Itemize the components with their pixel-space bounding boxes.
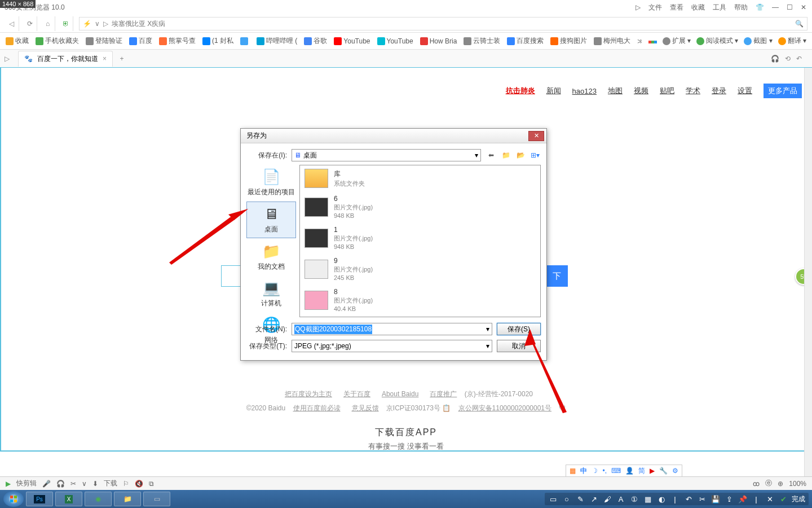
play-icon[interactable]: ▶ — [6, 480, 11, 488]
zoom-icon[interactable]: ⊕ — [778, 480, 783, 488]
url-input[interactable] — [112, 20, 795, 28]
undo-icon[interactable]: ↶ — [796, 55, 802, 63]
bm-right-1[interactable]: 阅读模式 ▾ — [696, 36, 738, 46]
bookmark-7[interactable]: 哔哩哔哩 ( — [257, 36, 297, 46]
gear-icon[interactable]: ⚙ — [672, 467, 678, 475]
tool-save-icon[interactable]: 💾 — [710, 494, 721, 504]
address-bar[interactable]: ⚡ ∨ ▷ 🔍 — [79, 17, 807, 30]
nav-hao123[interactable]: hao123 — [572, 87, 597, 95]
bm-right-3[interactable]: 翻译 ▾ — [778, 36, 806, 46]
bookmark-4[interactable]: 熊掌号查 — [159, 36, 196, 46]
chevron-down-icon[interactable]: ∨ — [82, 480, 87, 488]
tool-cut-icon[interactable]: ✂ — [697, 494, 707, 504]
taskbar-app[interactable]: ▭ — [143, 492, 170, 506]
flag-icon[interactable]: ⚐ — [123, 480, 129, 488]
file-item-2[interactable]: 1图片文件(.jpg)948 KB — [300, 222, 540, 253]
footer-link[interactable]: 关于百度 — [343, 390, 370, 398]
back-nav-icon[interactable]: ⬅ — [486, 150, 497, 161]
home-button[interactable]: ⌂ — [41, 16, 55, 31]
menu-favorites[interactable]: 收藏 — [691, 3, 705, 12]
tool-share-icon[interactable]: ⇪ — [724, 494, 734, 504]
dialog-close-button[interactable]: ✕ — [528, 131, 544, 141]
tool-brush-icon[interactable]: 🖌 — [602, 494, 612, 504]
place-1[interactable]: 🖥桌面 — [246, 202, 296, 238]
rotate-icon[interactable]: ⟲ — [785, 55, 791, 63]
bookmark-5[interactable]: (1 封私 — [202, 36, 233, 46]
tool-pen-icon[interactable]: ✎ — [575, 494, 585, 504]
nav-登录[interactable]: 登录 — [712, 86, 726, 96]
file-item-3[interactable]: 9图片文件(.jpg)245 KB — [300, 253, 540, 284]
chevron-down-icon[interactable]: ▾ — [486, 325, 489, 333]
file-item-0[interactable]: 库系统文件夹 — [300, 165, 540, 191]
footer-link[interactable]: 百度推广 — [430, 390, 457, 398]
new-tab-button[interactable]: + — [115, 52, 129, 65]
place-2[interactable]: 📁我的文档 — [246, 239, 296, 275]
bookmark-13[interactable]: 百度搜索 — [507, 36, 544, 46]
chevron-down-icon[interactable]: ∨ — [95, 20, 100, 28]
accel-icon[interactable]: ꝏ — [753, 480, 760, 488]
tool-num-icon[interactable]: ① — [629, 494, 639, 504]
bookmark-1[interactable]: 手机收藏夹 — [36, 36, 79, 46]
up-level-icon[interactable]: 📁 — [500, 150, 511, 161]
bookmark-3[interactable]: 百度 — [129, 36, 152, 46]
save-button[interactable]: 保存(S) — [497, 323, 541, 335]
headset-icon[interactable]: 🎧 — [56, 480, 65, 488]
record-icon[interactable]: ▶ — [650, 467, 655, 475]
skin-icon[interactable]: 👕 — [756, 3, 764, 11]
dialog-titlebar[interactable]: 另存为 ✕ — [241, 129, 546, 143]
file-item-4[interactable]: 8图片文件(.jpg)40.4 KB — [300, 284, 540, 316]
bookmark-8[interactable]: 谷歌 — [304, 36, 327, 46]
taskbar-ps[interactable]: Ps — [26, 492, 53, 506]
maximize-button[interactable]: ☐ — [787, 3, 793, 11]
more-products-button[interactable]: 更多产品 — [764, 84, 802, 98]
place-0[interactable]: 📄最近使用的项目 — [246, 165, 296, 200]
nav-抗击肺炎[interactable]: 抗击肺炎 — [506, 86, 535, 96]
moon-icon[interactable]: ☽ — [592, 467, 598, 475]
tab-close-button[interactable]: × — [103, 55, 107, 63]
browser-icon[interactable]: ⓔ — [765, 479, 772, 488]
tool-text-icon[interactable]: A — [616, 494, 626, 504]
footer-link[interactable]: 意见反馈 — [352, 404, 379, 412]
menu-file[interactable]: 文件 — [648, 3, 662, 12]
mic-icon[interactable]: 🎤 — [42, 480, 51, 488]
tool-blur-icon[interactable]: ▦ — [643, 494, 653, 504]
pip-icon[interactable]: ⧉ — [149, 480, 154, 488]
taskbar-excel[interactable]: X — [55, 492, 82, 506]
filetype-dropdown[interactable]: JPEG (*.jpg;*.jpeg) ▾ — [292, 340, 492, 352]
new-folder-icon[interactable]: 📂 — [515, 150, 526, 161]
taskbar-explorer[interactable]: 📁 — [114, 492, 141, 506]
bookmark-15[interactable]: 梅州电大 — [594, 36, 630, 46]
back-button[interactable]: ◁ — [5, 16, 19, 31]
ime-mode[interactable]: 简 — [638, 466, 645, 476]
minimize-button[interactable]: ― — [772, 3, 779, 11]
cancel-button[interactable]: 取消 — [497, 340, 541, 352]
tool-undo-icon[interactable]: ↶ — [683, 494, 694, 504]
forward-icon[interactable]: ▷ — [103, 20, 108, 28]
nav-贴吧[interactable]: 贴吧 — [660, 86, 674, 96]
wrench-icon[interactable]: 🔧 — [659, 467, 668, 475]
search-icon[interactable]: 🔍 — [795, 20, 804, 28]
shield-icon[interactable]: ⛨ — [59, 16, 73, 31]
tool-highlight-icon[interactable]: ◐ — [656, 494, 667, 504]
bookmark-12[interactable]: 云骑士装 — [464, 36, 500, 46]
caret-icon[interactable]: ▷ — [636, 3, 641, 11]
tab-baidu[interactable]: 🐾 百度一下，你就知道 × — [18, 51, 113, 67]
bookmarks-more[interactable]: ≫ — [637, 37, 641, 45]
refresh-button[interactable]: ⟳ — [23, 16, 37, 31]
close-button[interactable]: ✕ — [801, 3, 806, 11]
tool-circle-icon[interactable]: ○ — [562, 494, 572, 504]
download-icon[interactable]: ⬇ — [92, 480, 98, 488]
bookmark-14[interactable]: 搜狗图片 — [550, 36, 587, 46]
menu-tools[interactable]: 工具 — [713, 3, 726, 12]
nav-学术[interactable]: 学术 — [686, 86, 700, 96]
bookmark-10[interactable]: YouTube — [377, 37, 413, 45]
tool-check-icon[interactable]: ✔ — [778, 494, 788, 504]
keyboard-icon[interactable]: ⌨ — [611, 467, 621, 475]
status-downloads[interactable]: 下载 — [104, 479, 117, 488]
save-in-dropdown[interactable]: 🖥 桌面 ▾ — [292, 149, 481, 161]
tool-close-icon[interactable]: ✕ — [765, 494, 775, 504]
bookmark-2[interactable]: 登陆验证 — [86, 36, 122, 46]
mute-icon[interactable]: 🔇 — [135, 480, 143, 488]
tool-pin-icon[interactable]: 📌 — [738, 494, 748, 504]
bookmark-6[interactable] — [240, 37, 250, 45]
